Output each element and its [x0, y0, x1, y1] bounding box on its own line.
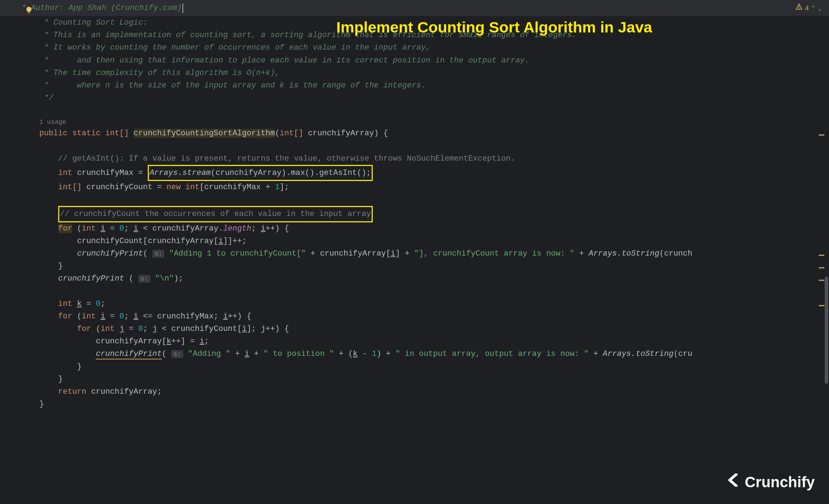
- warnings-count: 4: [805, 3, 809, 14]
- lightbulb-icon[interactable]: [25, 6, 33, 14]
- scrollbar[interactable]: [825, 277, 828, 384]
- comment-line: * where n is the size of the input array…: [39, 79, 829, 92]
- svg-rect-0: [799, 6, 799, 7]
- code-editor[interactable]: * Counting Sort Logic: * This is an impl…: [0, 16, 829, 410]
- code-line: }: [39, 373, 829, 385]
- comment-line: * and then using that information to pla…: [39, 54, 829, 67]
- logo-text: Crunchify: [745, 470, 815, 494]
- title-overlay: Implement Counting Sort Algorithm in Jav…: [336, 15, 652, 40]
- warning-triangle-icon: [795, 3, 803, 14]
- chevron-up-icon[interactable]: ⌃: [811, 3, 815, 14]
- code-line: − int k = 0;: [39, 298, 829, 310]
- fold-marker-icon[interactable]: −: [818, 298, 825, 315]
- top-bar-author: * Author: App Shah (Crunchify.com): [21, 2, 182, 14]
- code-line: crunchifyPrint( s: "Adding " + i + " to …: [39, 348, 829, 360]
- warnings-badge[interactable]: 4 ⌃ ⌄: [795, 3, 822, 14]
- code-line: }: [39, 398, 829, 410]
- crunchify-logo: Crunchify: [727, 470, 815, 494]
- editor-tab-bar: * Author: App Shah (Crunchify.com) 4 ⌃ ⌄: [0, 0, 829, 16]
- chevron-down-icon[interactable]: ⌄: [818, 3, 822, 14]
- comment-line: */: [39, 92, 829, 104]
- code-line: int crunchifyMax = Arrays.stream(crunchi…: [39, 165, 829, 181]
- code-line: for (int i = 0; i <= crunchifyMax; i++) …: [39, 310, 829, 323]
- code-line: }: [39, 361, 829, 373]
- code-line: return crunchifyArray;: [39, 385, 829, 398]
- usage-hint[interactable]: 1 usage: [39, 117, 829, 127]
- inline-comment: // getAsInt(): If a value is present, re…: [39, 152, 829, 165]
- fold-marker-icon[interactable]: −: [818, 127, 825, 144]
- crunchify-logo-icon: [727, 470, 743, 494]
- method-signature: −public static int[] crunchifyCountingSo…: [39, 127, 829, 140]
- cursor: [182, 4, 183, 13]
- code-line: crunchifyCount[crunchifyArray[i]]++;: [39, 235, 829, 247]
- code-line: for (int i = 0; i < crunchifyArray.lengt…: [39, 222, 829, 235]
- code-line: // crunchifyCount the occurrences of eac…: [39, 206, 829, 222]
- comment-line: * The time complexity of this algorithm …: [39, 67, 829, 79]
- code-line: for (int j = 0; j < crunchifyCount[i]; j…: [39, 323, 829, 335]
- code-line: crunchifyArray[k++] = i;: [39, 335, 829, 348]
- code-line: int[] crunchifyCount = new int[crunchify…: [39, 181, 829, 193]
- fold-marker-icon[interactable]: −: [818, 272, 825, 289]
- svg-rect-1: [799, 8, 799, 9]
- code-line: − crunchifyPrint ( s: "\n");: [39, 272, 829, 285]
- comment-line: * It works by counting the number of occ…: [39, 41, 829, 54]
- code-line: − }: [39, 260, 829, 272]
- code-line: − crunchifyPrint( s: "Adding 1 to crunch…: [39, 247, 829, 260]
